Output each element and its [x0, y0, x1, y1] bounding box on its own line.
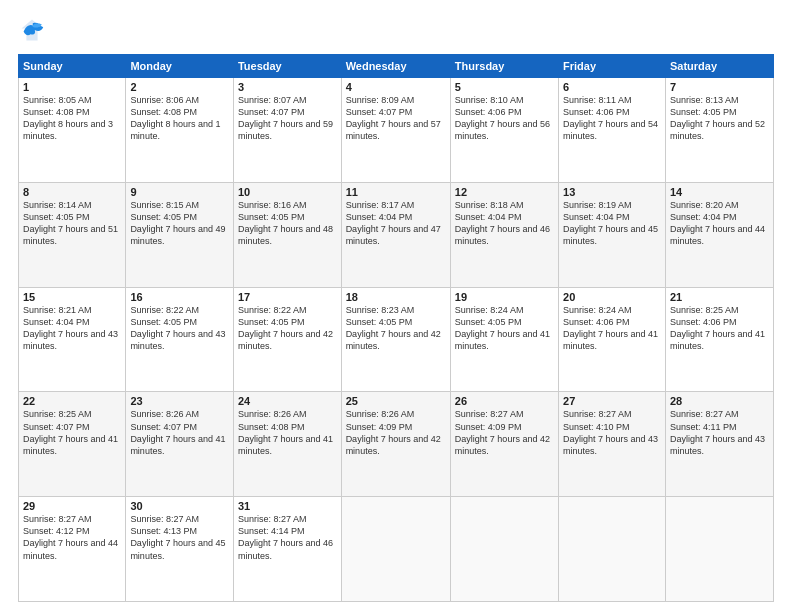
day-info: Sunrise: 8:15 AMSunset: 4:05 PMDaylight …	[130, 199, 229, 248]
day-number: 31	[238, 500, 337, 512]
day-number: 5	[455, 81, 554, 93]
day-info: Sunrise: 8:13 AMSunset: 4:05 PMDaylight …	[670, 94, 769, 143]
day-info: Sunrise: 8:27 AMSunset: 4:14 PMDaylight …	[238, 513, 337, 562]
day-info: Sunrise: 8:24 AMSunset: 4:06 PMDaylight …	[563, 304, 661, 353]
day-number: 13	[563, 186, 661, 198]
header-saturday: Saturday	[665, 55, 773, 78]
day-info: Sunrise: 8:17 AMSunset: 4:04 PMDaylight …	[346, 199, 446, 248]
day-info: Sunrise: 8:22 AMSunset: 4:05 PMDaylight …	[238, 304, 337, 353]
day-cell: 23Sunrise: 8:26 AMSunset: 4:07 PMDayligh…	[126, 392, 234, 497]
day-number: 17	[238, 291, 337, 303]
day-number: 26	[455, 395, 554, 407]
day-info: Sunrise: 8:27 AMSunset: 4:11 PMDaylight …	[670, 408, 769, 457]
day-cell: 22Sunrise: 8:25 AMSunset: 4:07 PMDayligh…	[19, 392, 126, 497]
day-info: Sunrise: 8:26 AMSunset: 4:07 PMDaylight …	[130, 408, 229, 457]
day-number: 2	[130, 81, 229, 93]
day-cell: 4Sunrise: 8:09 AMSunset: 4:07 PMDaylight…	[341, 78, 450, 183]
day-info: Sunrise: 8:14 AMSunset: 4:05 PMDaylight …	[23, 199, 121, 248]
logo	[18, 16, 50, 44]
day-number: 30	[130, 500, 229, 512]
day-number: 9	[130, 186, 229, 198]
day-number: 4	[346, 81, 446, 93]
day-number: 25	[346, 395, 446, 407]
day-cell: 3Sunrise: 8:07 AMSunset: 4:07 PMDaylight…	[233, 78, 341, 183]
day-cell: 29Sunrise: 8:27 AMSunset: 4:12 PMDayligh…	[19, 497, 126, 602]
day-number: 20	[563, 291, 661, 303]
day-cell: 13Sunrise: 8:19 AMSunset: 4:04 PMDayligh…	[559, 182, 666, 287]
day-cell: 20Sunrise: 8:24 AMSunset: 4:06 PMDayligh…	[559, 287, 666, 392]
day-cell	[559, 497, 666, 602]
header	[18, 16, 774, 44]
header-tuesday: Tuesday	[233, 55, 341, 78]
day-info: Sunrise: 8:22 AMSunset: 4:05 PMDaylight …	[130, 304, 229, 353]
calendar-header-row: SundayMondayTuesdayWednesdayThursdayFrid…	[19, 55, 774, 78]
day-number: 19	[455, 291, 554, 303]
day-cell: 5Sunrise: 8:10 AMSunset: 4:06 PMDaylight…	[450, 78, 558, 183]
day-info: Sunrise: 8:16 AMSunset: 4:05 PMDaylight …	[238, 199, 337, 248]
header-friday: Friday	[559, 55, 666, 78]
day-cell: 18Sunrise: 8:23 AMSunset: 4:05 PMDayligh…	[341, 287, 450, 392]
day-cell: 12Sunrise: 8:18 AMSunset: 4:04 PMDayligh…	[450, 182, 558, 287]
day-number: 1	[23, 81, 121, 93]
day-cell: 1Sunrise: 8:05 AMSunset: 4:08 PMDaylight…	[19, 78, 126, 183]
week-row-2: 8Sunrise: 8:14 AMSunset: 4:05 PMDaylight…	[19, 182, 774, 287]
day-number: 28	[670, 395, 769, 407]
day-info: Sunrise: 8:10 AMSunset: 4:06 PMDaylight …	[455, 94, 554, 143]
logo-icon	[18, 16, 46, 44]
week-row-1: 1Sunrise: 8:05 AMSunset: 4:08 PMDaylight…	[19, 78, 774, 183]
day-info: Sunrise: 8:27 AMSunset: 4:09 PMDaylight …	[455, 408, 554, 457]
day-number: 15	[23, 291, 121, 303]
day-cell: 26Sunrise: 8:27 AMSunset: 4:09 PMDayligh…	[450, 392, 558, 497]
day-info: Sunrise: 8:19 AMSunset: 4:04 PMDaylight …	[563, 199, 661, 248]
day-number: 22	[23, 395, 121, 407]
day-number: 18	[346, 291, 446, 303]
day-cell: 21Sunrise: 8:25 AMSunset: 4:06 PMDayligh…	[665, 287, 773, 392]
header-thursday: Thursday	[450, 55, 558, 78]
day-number: 24	[238, 395, 337, 407]
day-info: Sunrise: 8:06 AMSunset: 4:08 PMDaylight …	[130, 94, 229, 143]
day-number: 8	[23, 186, 121, 198]
day-cell	[665, 497, 773, 602]
page: SundayMondayTuesdayWednesdayThursdayFrid…	[0, 0, 792, 612]
day-info: Sunrise: 8:18 AMSunset: 4:04 PMDaylight …	[455, 199, 554, 248]
day-cell: 11Sunrise: 8:17 AMSunset: 4:04 PMDayligh…	[341, 182, 450, 287]
day-info: Sunrise: 8:21 AMSunset: 4:04 PMDaylight …	[23, 304, 121, 353]
day-number: 3	[238, 81, 337, 93]
day-number: 29	[23, 500, 121, 512]
day-info: Sunrise: 8:25 AMSunset: 4:07 PMDaylight …	[23, 408, 121, 457]
day-number: 14	[670, 186, 769, 198]
day-cell: 6Sunrise: 8:11 AMSunset: 4:06 PMDaylight…	[559, 78, 666, 183]
day-info: Sunrise: 8:26 AMSunset: 4:09 PMDaylight …	[346, 408, 446, 457]
day-number: 7	[670, 81, 769, 93]
week-row-3: 15Sunrise: 8:21 AMSunset: 4:04 PMDayligh…	[19, 287, 774, 392]
day-cell: 30Sunrise: 8:27 AMSunset: 4:13 PMDayligh…	[126, 497, 234, 602]
day-cell: 31Sunrise: 8:27 AMSunset: 4:14 PMDayligh…	[233, 497, 341, 602]
day-info: Sunrise: 8:27 AMSunset: 4:12 PMDaylight …	[23, 513, 121, 562]
day-cell	[450, 497, 558, 602]
day-cell: 17Sunrise: 8:22 AMSunset: 4:05 PMDayligh…	[233, 287, 341, 392]
day-cell: 9Sunrise: 8:15 AMSunset: 4:05 PMDaylight…	[126, 182, 234, 287]
day-info: Sunrise: 8:09 AMSunset: 4:07 PMDaylight …	[346, 94, 446, 143]
day-info: Sunrise: 8:26 AMSunset: 4:08 PMDaylight …	[238, 408, 337, 457]
day-info: Sunrise: 8:11 AMSunset: 4:06 PMDaylight …	[563, 94, 661, 143]
day-info: Sunrise: 8:23 AMSunset: 4:05 PMDaylight …	[346, 304, 446, 353]
day-cell: 16Sunrise: 8:22 AMSunset: 4:05 PMDayligh…	[126, 287, 234, 392]
day-number: 11	[346, 186, 446, 198]
day-info: Sunrise: 8:20 AMSunset: 4:04 PMDaylight …	[670, 199, 769, 248]
day-cell: 10Sunrise: 8:16 AMSunset: 4:05 PMDayligh…	[233, 182, 341, 287]
calendar-table: SundayMondayTuesdayWednesdayThursdayFrid…	[18, 54, 774, 602]
week-row-4: 22Sunrise: 8:25 AMSunset: 4:07 PMDayligh…	[19, 392, 774, 497]
day-cell: 28Sunrise: 8:27 AMSunset: 4:11 PMDayligh…	[665, 392, 773, 497]
header-wednesday: Wednesday	[341, 55, 450, 78]
header-monday: Monday	[126, 55, 234, 78]
day-number: 10	[238, 186, 337, 198]
day-info: Sunrise: 8:27 AMSunset: 4:10 PMDaylight …	[563, 408, 661, 457]
day-cell: 25Sunrise: 8:26 AMSunset: 4:09 PMDayligh…	[341, 392, 450, 497]
header-sunday: Sunday	[19, 55, 126, 78]
day-cell: 8Sunrise: 8:14 AMSunset: 4:05 PMDaylight…	[19, 182, 126, 287]
day-cell: 2Sunrise: 8:06 AMSunset: 4:08 PMDaylight…	[126, 78, 234, 183]
day-number: 16	[130, 291, 229, 303]
day-cell: 14Sunrise: 8:20 AMSunset: 4:04 PMDayligh…	[665, 182, 773, 287]
week-row-5: 29Sunrise: 8:27 AMSunset: 4:12 PMDayligh…	[19, 497, 774, 602]
day-number: 12	[455, 186, 554, 198]
